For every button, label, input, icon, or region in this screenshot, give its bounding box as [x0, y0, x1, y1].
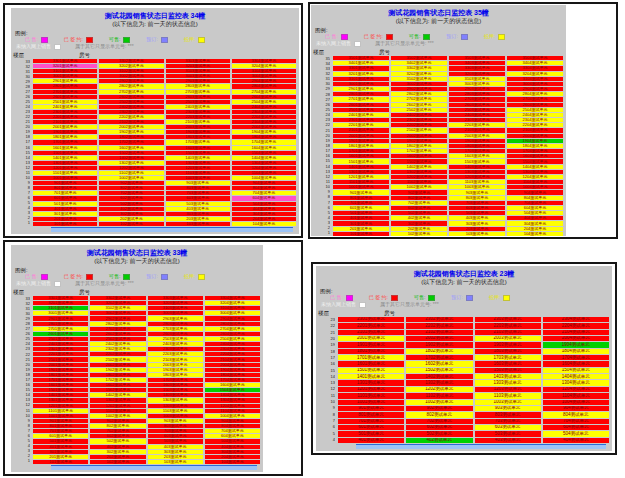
- unit-cell: 1802测试单元: [406, 349, 472, 354]
- unit-cell: 2802测试单元: [391, 92, 447, 96]
- table-header: 楼层 房号: [11, 50, 299, 58]
- sales-status-panel-2: 测试花园销售状态日监控表 35幢 (以下信息为: 前一天的状态信息) 图例: 已…: [311, 5, 566, 236]
- unit-cell: 901测试单元: [33, 419, 88, 423]
- unit-cell: 2204测试单元: [543, 323, 609, 328]
- unit-cell: 1701测试单元: [333, 149, 389, 153]
- unit-cell: 2404测试单元: [205, 342, 260, 346]
- unit-cell: 1104测试单元: [205, 409, 260, 413]
- unit-cell: 104测试单元: [232, 222, 296, 226]
- unit-cell: 2901测试单元: [33, 79, 97, 83]
- floor-label: 29: [311, 87, 330, 91]
- legend-swatch: [54, 44, 61, 50]
- unit-cell: 1404测试单元: [205, 393, 260, 397]
- unit-cell: 1401测试单元: [338, 374, 404, 379]
- floor-label: 27: [11, 327, 30, 331]
- floor-label: 19: [11, 368, 30, 372]
- unit-cell: 2204测试单元: [232, 115, 296, 119]
- unit-cell: 2801测试单元: [333, 92, 389, 96]
- unit-cell: 2503测试单元: [166, 100, 230, 104]
- unit-cell: 503测试单元: [166, 202, 230, 206]
- unit-cell: 903测试单元: [475, 406, 541, 411]
- unit-cell: 1303测试单元: [166, 161, 230, 165]
- floor-label: 20: [311, 134, 330, 138]
- floor-label: 26: [11, 332, 30, 336]
- floor-label: 9: [316, 406, 335, 410]
- unit-cell: 902测试单元: [391, 190, 447, 194]
- unit-cell: 3303测试单元: [148, 296, 203, 300]
- unit-cell: 1903测试单元: [166, 130, 230, 134]
- unit-cell: 1502测试单元: [90, 388, 145, 392]
- unit-cell: 404测试单元: [232, 207, 296, 211]
- unit-cell: 901测试单元: [333, 190, 389, 194]
- legend-swatch: [386, 34, 393, 40]
- unit-cell: 3502测试单元: [391, 56, 447, 60]
- unit-cell: 1802测试单元: [391, 144, 447, 148]
- unit-cell: 503测试单元: [475, 431, 541, 436]
- floor-label: 14: [316, 375, 335, 379]
- unit-cell: 2501测试单元: [333, 108, 389, 112]
- unit-cell: 2401测试单元: [333, 113, 389, 117]
- unit-cell: 2504测试单元: [205, 337, 260, 341]
- unit-cell: 101测试单元: [33, 222, 97, 226]
- unit-cell: 1901测试单元: [33, 368, 88, 372]
- unit-cell: 801测试单元: [33, 186, 97, 190]
- unit-cell: 1102测试单元: [406, 393, 472, 398]
- table-header: 楼层 房号: [311, 47, 566, 55]
- unit-cell: 2601测试单元: [33, 95, 97, 99]
- unit-cell: 3203测试单元: [449, 72, 505, 76]
- legend-swatch: [346, 295, 353, 301]
- unit-cell: 1704测试单元: [507, 149, 563, 153]
- legend-item: 属于其它只显示单元号: ***: [75, 44, 134, 49]
- unit-cell: 503测试单元: [449, 211, 505, 215]
- floor-label: 34: [311, 62, 330, 66]
- floor-label: 5: [11, 439, 30, 443]
- legend-item: 抵押:: [184, 274, 205, 280]
- unit-cell: 903测试单元: [148, 419, 203, 423]
- legend-swatch: [423, 34, 430, 40]
- unit-cell: 2703测试单元: [148, 327, 203, 331]
- unit-cell: 2101测试单元: [333, 128, 389, 132]
- unit-cell: 204测试单元: [507, 227, 563, 231]
- unit-cell: 1803测试单元: [166, 135, 230, 139]
- unit-cell: 303测试单元: [148, 450, 203, 454]
- unit-cell: 1803测试单元: [148, 373, 203, 377]
- unit-cell: 1501测试单元: [33, 388, 88, 392]
- unit-cell: 1502测试单元: [391, 159, 447, 163]
- unit-cell: 3302测试单元: [90, 296, 145, 300]
- horizontal-scrollbar[interactable]: [356, 444, 606, 449]
- unit-cell: 3303测试单元: [449, 66, 505, 70]
- unit-cell: 403测试单元: [166, 207, 230, 211]
- unit-cell: 1902测试单元: [406, 342, 472, 347]
- room-header: 房号: [79, 53, 90, 59]
- unit-cell: 3002测试单元: [99, 74, 163, 78]
- horizontal-scrollbar[interactable]: [51, 465, 257, 470]
- unit-cell: 1304测试单元: [507, 170, 563, 174]
- unit-cell: 404测试单元: [507, 216, 563, 220]
- unit-cell: 2402测试单元: [90, 342, 145, 346]
- legend-item: 预订:: [146, 274, 167, 280]
- unit-cell: 1504测试单元: [507, 159, 563, 163]
- floor-label: 4: [316, 438, 335, 442]
- panel-title: 测试花园销售状态日监控表 34幢: [11, 11, 299, 20]
- unit-cell: 501测试单元: [338, 431, 404, 436]
- floor-label: 11: [311, 180, 330, 184]
- unit-cell: 804测试单元: [543, 412, 609, 417]
- floor-label: 24: [311, 113, 330, 117]
- unit-cell: 3104测试单元: [205, 306, 260, 310]
- unit-cell: 1504测试单元: [232, 151, 296, 155]
- horizontal-scrollbar[interactable]: [51, 227, 293, 232]
- unit-cell: 1803测试单元: [475, 349, 541, 354]
- unit-cell: 301测试单元: [33, 212, 97, 216]
- unit-cell: 2204测试单元: [205, 352, 260, 356]
- floor-label: 19: [311, 139, 330, 143]
- unit-cell: 2402测试单元: [99, 105, 163, 109]
- unit-cell: 1101测试单元: [33, 171, 97, 175]
- legend-swatch: [198, 37, 205, 43]
- unit-cell: 603测试单元: [148, 434, 203, 438]
- unit-cell: 2003测试单元: [475, 336, 541, 341]
- floor-label: 2: [311, 226, 330, 230]
- unit-cell: 502测试单元: [90, 439, 145, 443]
- unit-cell: 2701测试单元: [333, 97, 389, 101]
- unit-cell: 2501测试单元: [33, 337, 88, 341]
- floor-label: 10: [311, 185, 330, 189]
